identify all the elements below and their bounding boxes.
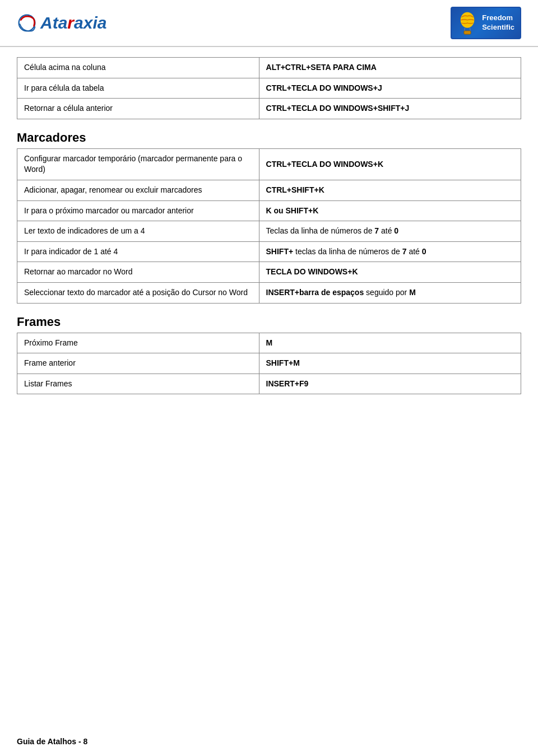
table-row: Ir para o próximo marcador ou marcador a… (17, 200, 521, 221)
frames-heading: Frames (17, 315, 521, 329)
shortcut-keys: SHIFT+ teclas da linha de números de 7 a… (259, 241, 521, 262)
table-row: Célula acima na coluna ALT+CTRL+SETA PAR… (17, 58, 521, 78)
svg-rect-4 (464, 31, 471, 34)
shortcut-description: Ir para o próximo marcador ou marcador a… (17, 200, 259, 221)
ataraxia-logo: Ataraxia (17, 13, 106, 33)
shortcut-description: Ir para célula da tabela (17, 78, 259, 99)
table-row: Próximo Frame M (17, 333, 521, 353)
shortcut-keys: INSERT+F9 (259, 374, 521, 394)
shortcut-keys: INSERT+barra de espaços seguido por M (259, 282, 521, 303)
footer-text: Guia de Atalhos - 8 (17, 737, 87, 746)
table-row: Ir para indicador de 1 até 4 SHIFT+ tecl… (17, 241, 521, 262)
header: Ataraxia Freedom Scientific (0, 0, 538, 47)
main-content: Célula acima na coluna ALT+CTRL+SETA PAR… (0, 47, 538, 411)
shortcut-description: Frame anterior (17, 353, 259, 374)
shortcut-description: Retornar a célula anterior (17, 99, 259, 119)
shortcut-description: Listar Frames (17, 374, 259, 394)
shortcut-description: Próximo Frame (17, 333, 259, 353)
shortcut-keys: CTRL+TECLA DO WINDOWS+K (259, 148, 521, 180)
svg-line-3 (470, 28, 471, 31)
shortcut-keys: CTRL+TECLA DO WINDOWS+J (259, 78, 521, 99)
table-row: Retornar ao marcador no Word TECLA DO WI… (17, 262, 521, 283)
freedom-scientific-text: Freedom Scientific (482, 13, 514, 32)
shortcut-description: Ir para indicador de 1 até 4 (17, 241, 259, 262)
shortcut-description: Célula acima na coluna (17, 58, 259, 78)
balloon-icon (457, 11, 477, 35)
freedom-scientific-logo: Freedom Scientific (451, 7, 521, 39)
svg-line-2 (465, 28, 465, 31)
shortcut-keys: Teclas da linha de números de 7 até 0 (259, 221, 521, 242)
table-row: Ir para célula da tabela CTRL+TECLA DO W… (17, 78, 521, 99)
table-row: Adicionar, apagar, renomear ou excluir m… (17, 180, 521, 200)
shortcut-keys: CTRL+TECLA DO WINDOWS+SHIFT+J (259, 99, 521, 119)
shortcut-keys: ALT+CTRL+SETA PARA CIMA (259, 58, 521, 78)
marcadores-table: Configurar marcador temporário (marcador… (17, 148, 521, 304)
top-shortcuts-table: Célula acima na coluna ALT+CTRL+SETA PAR… (17, 57, 521, 119)
shortcut-description: Ler texto de indicadores de um a 4 (17, 221, 259, 242)
table-row: Seleccionar texto do marcador até a posi… (17, 282, 521, 303)
table-row: Listar Frames INSERT+F9 (17, 374, 521, 394)
table-row: Retornar a célula anterior CTRL+TECLA DO… (17, 99, 521, 119)
shortcut-description: Retornar ao marcador no Word (17, 262, 259, 283)
ataraxia-logo-icon (17, 13, 37, 33)
shortcut-description: Adicionar, apagar, renomear ou excluir m… (17, 180, 259, 200)
footer: Guia de Atalhos - 8 (17, 737, 87, 746)
shortcut-keys: M (259, 333, 521, 353)
table-row: Configurar marcador temporário (marcador… (17, 148, 521, 180)
shortcut-keys: TECLA DO WINDOWS+K (259, 262, 521, 283)
table-row: Ler texto de indicadores de um a 4 Tecla… (17, 221, 521, 242)
frames-table: Próximo Frame M Frame anterior SHIFT+M L… (17, 333, 521, 395)
shortcut-keys: K ou SHIFT+K (259, 200, 521, 221)
shortcut-keys: CTRL+SHIFT+K (259, 180, 521, 200)
shortcut-description: Seleccionar texto do marcador até a posi… (17, 282, 259, 303)
ataraxia-logo-text: Ataraxia (40, 13, 106, 32)
shortcut-keys: SHIFT+M (259, 353, 521, 374)
shortcut-description: Configurar marcador temporário (marcador… (17, 148, 259, 180)
table-row: Frame anterior SHIFT+M (17, 353, 521, 374)
marcadores-heading: Marcadores (17, 130, 521, 145)
